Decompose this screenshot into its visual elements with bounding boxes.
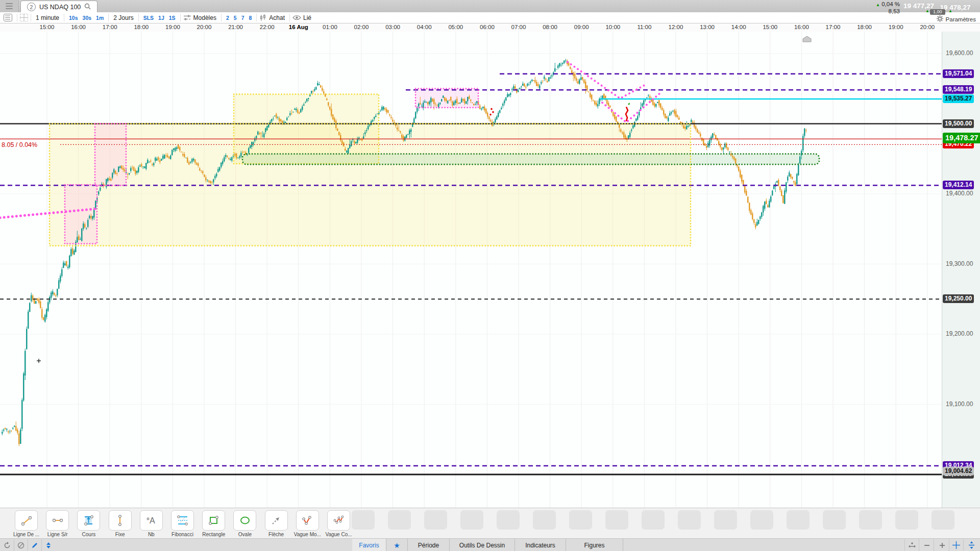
search-icon[interactable] [84,3,91,12]
time-label: 16 Aug [289,24,308,30]
bottom-tab-outils-de-dessin[interactable]: Outils De Dessin [450,539,515,551]
time-label: 07:00 [511,24,526,30]
tool-button-trend-line[interactable] [15,510,38,531]
empty-tool-slot [497,510,520,530]
window-tabbar: 2 US NDAQ 100 [0,0,980,13]
tool-label: Vague Co... [317,532,360,537]
price-badge: 19,478.27 [943,133,980,143]
time-label: 18:00 [134,24,149,30]
time-label: 03:00 [385,24,400,30]
candlestick-chart[interactable] [0,32,942,508]
price-badge: 19,250.00 [943,294,974,303]
tool-button-horizontal-line[interactable] [46,510,69,531]
tool-button-wave-complex[interactable] [327,510,350,531]
sort-arrows-icon[interactable] [41,539,55,551]
quick-range-1s[interactable]: 1S [169,15,176,21]
time-label: 20:00 [197,24,212,30]
time-label: 14:00 [731,24,746,30]
settings-button[interactable]: Paramètres [937,15,976,23]
watchlist-icon[interactable] [4,14,12,21]
price-badge: 19,412.14 [943,181,974,189]
change-points: 8,53 [849,8,900,14]
model-2[interactable]: 2 [226,15,229,21]
time-label: 22:00 [260,24,275,30]
tool-button-text-label[interactable]: A [140,510,163,531]
empty-tool-slot [642,510,665,530]
change-block: ▲ 0,04 % 8,53 [849,1,900,14]
candles-icon [259,14,267,21]
bottom-tab-indicateurs[interactable]: Indicateurs [515,539,566,551]
price-tick: 19,600.00 [946,49,973,57]
tool-button-arrow[interactable] [265,510,288,531]
empty-tool-slot [424,510,447,530]
zoom-out-icon[interactable] [920,539,934,551]
bottom-tab-p-riode[interactable]: Période [408,539,450,551]
instrument-tab[interactable]: 2 US NDAQ 100 [20,1,97,13]
link-toggle[interactable]: Lié [303,14,311,21]
quick-range-sls[interactable]: SLS [143,15,154,21]
fit-horizontal-icon[interactable] [904,539,919,551]
price-tick: 19,200.00 [946,330,973,337]
tool-button-price-arrow[interactable] [77,510,100,531]
model-8[interactable]: 8 [249,15,252,21]
time-label: 11:00 [637,24,651,30]
model-7[interactable]: 7 [241,15,244,21]
time-label: 01:00 [323,24,337,30]
drawing-tools-panel: Ligne De ...Ligne S/rCoursFixeANbFibonac… [0,508,980,551]
buy-button[interactable]: Achat [269,14,285,21]
time-label: 09:00 [574,24,589,30]
disable-icon[interactable] [14,539,28,551]
time-label: 06:00 [480,24,495,30]
empty-tool-slot [569,510,592,530]
time-label: 19:00 [165,24,180,30]
time-axis[interactable]: 15:0016:0017:0018:0019:0020:0021:0022:00… [0,23,980,32]
empty-tool-slot [714,510,737,530]
quick-timeframe-1m[interactable]: 1m [96,15,104,21]
quick-timeframe-10s[interactable]: 10s [69,15,78,21]
empty-tool-slot [678,510,701,530]
range-selector[interactable]: 2 Jours [113,14,133,21]
empty-tool-slot [859,510,882,530]
menu-hamburger-icon[interactable] [0,0,19,12]
gear-icon [937,15,943,23]
quick-range-1j[interactable]: 1J [158,15,164,21]
fit-vertical-icon[interactable] [965,539,978,551]
bid-up-triangle-icon: ▲ [925,9,929,13]
pencil-icon[interactable] [28,539,42,551]
time-label: 15:00 [40,24,55,30]
time-label: 17:00 [103,24,117,30]
crosshair-icon[interactable] [949,539,964,551]
timeframe-selector[interactable]: 1 minute [36,14,59,21]
tool-button-wave-simple[interactable] [296,510,319,531]
tool-button-fibonacci[interactable] [171,510,194,531]
bottom-tab-favoris[interactable]: Favoris [352,539,386,551]
favorites-star-icon[interactable]: ★ [386,539,408,551]
model-5[interactable]: 5 [234,15,237,21]
zoom-in-icon[interactable] [935,539,949,551]
bottom-tab-strip: Favoris★PériodeOutils De DessinIndicateu… [0,538,980,551]
tab-number-badge: 2 [27,3,36,11]
models-menu[interactable]: Modèles [193,14,216,21]
tool-button-ellipse[interactable] [233,510,256,531]
empty-tool-slot [932,510,954,530]
price-badge: 19,500.00 [943,119,974,128]
quick-timeframe-30s[interactable]: 30s [83,15,92,21]
tool-button-rectangle[interactable] [202,510,225,531]
svg-text:A: A [150,516,155,525]
up-triangle-icon: ▲ [876,3,880,7]
layout-grid-icon[interactable] [20,14,28,21]
time-label: 08:00 [543,24,557,30]
bottom-tab-figures[interactable]: Figures [566,539,623,551]
reset-icon[interactable] [0,539,14,551]
empty-tool-slot [787,510,810,530]
tool-button-vertical-line[interactable] [109,510,132,531]
price-axis[interactable]: 19,600.0019,400.0019,300.0019,200.0019,1… [942,32,980,508]
position-pnl-label: 8.05 / 0.04% [2,141,37,148]
empty-tool-slot [750,510,773,530]
price-badge: 19,571.04 [943,69,974,78]
empty-tool-slot [388,510,411,530]
ask-up-triangle-icon: ▲ [948,9,952,13]
time-label: 21:00 [228,24,243,30]
price-tick: 19,100.00 [946,400,973,408]
eye-icon [292,15,301,20]
